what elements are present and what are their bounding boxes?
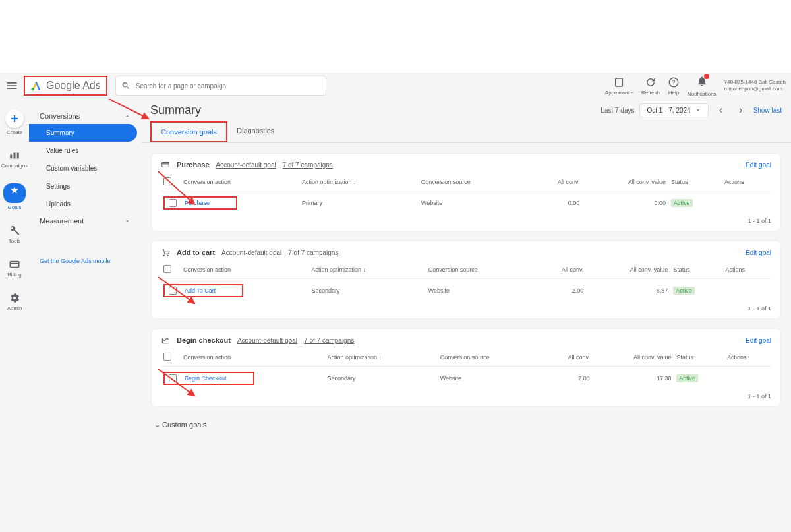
refresh-button[interactable]: Refresh [641,76,660,96]
col-action: Conversion action [181,349,324,367]
goal-default-label: Account-default goal [216,162,276,169]
row-checkbox[interactable] [169,199,177,207]
status-badge: Active [676,374,698,382]
rail-tools[interactable]: Tools [0,222,29,247]
pagination-label: 1 - 1 of 1 [161,215,771,227]
chevron-down-icon [695,107,701,113]
cell-optimization: Secondary [309,279,426,303]
edit-goal-link[interactable]: Edit goal [746,337,771,344]
chevron-down-icon [124,218,131,224]
edit-goal-link[interactable]: Edit goal [746,162,771,169]
col-all-conv: All conv. [533,261,586,279]
table-row[interactable]: Begin Checkout Secondary Website 2.00 17… [161,367,771,391]
conversion-action-link[interactable]: Begin Checkout [185,375,227,382]
col-optimization[interactable]: Action optimization ↓ [324,349,437,367]
show-last-link[interactable]: Show last [753,107,782,114]
goal-campaign-count[interactable]: 7 of 7 campaigns [288,249,338,256]
conversion-action-link[interactable]: Purchase [185,200,210,206]
status-badge: Active [671,199,693,207]
create-button[interactable]: +Create [0,107,29,138]
goal-card: Begin checkout Account-default goal 7 of… [152,329,780,406]
chevron-up-icon [124,113,131,119]
edit-goal-link[interactable]: Edit goal [746,249,771,256]
sidebar-item-summary[interactable]: Summary [29,124,137,142]
col-optimization[interactable]: Action optimization ↓ [299,173,419,191]
col-status: Status [670,261,722,279]
date-range-label: Last 7 days [601,107,634,114]
tab-conversion-goals[interactable]: Conversion goals [150,121,227,142]
goal-title: Purchase [177,161,210,169]
account-info[interactable]: 740-075-1446 Bolt Search n.njonehpon@gma… [724,79,786,92]
search-box[interactable] [115,76,326,96]
svg-rect-1 [616,78,623,86]
help-icon: ? [668,76,680,88]
sidebar-item-uploads[interactable]: Uploads [29,195,141,213]
status-badge: Active [673,287,695,295]
goal-title: Add to cart [177,249,215,256]
col-actions: Actions [723,261,771,279]
table-row[interactable]: Purchase Primary Website 0.00 0.00 Activ… [161,191,771,216]
sidebar-group-measurement[interactable]: Measurement [29,213,141,229]
sidebar-group-conversions[interactable]: Conversions [29,108,141,124]
select-all-checkbox[interactable] [163,177,171,185]
goal-campaign-count[interactable]: 7 of 7 campaigns [283,162,333,169]
search-input[interactable] [136,82,320,90]
col-action: Conversion action [181,261,309,279]
rail-billing[interactable]: Billing [0,256,29,280]
rail-campaigns[interactable]: Campaigns [0,147,29,171]
svg-point-0 [32,88,35,91]
rail-goals[interactable]: Goals [0,181,29,213]
appearance-button[interactable]: Appearance [605,76,633,96]
conversion-action-link[interactable]: Add To Cart [185,287,216,294]
custom-goals-toggle[interactable]: ⌄ Custom goals [152,417,780,433]
rail-admin[interactable]: Admin [0,289,29,314]
cell-value: 6.87 [586,279,670,303]
col-value: All conv. value [582,173,668,191]
appearance-icon [613,76,625,88]
svg-point-9 [167,255,168,256]
cell-value: 17.38 [593,367,674,391]
cell-optimization: Secondary [324,367,437,391]
row-checkbox[interactable] [169,374,177,382]
gear-icon [9,292,20,304]
billing-icon [9,258,20,270]
goal-type-icon [161,336,170,345]
select-all-checkbox[interactable] [163,353,171,361]
sidebar-item-value-rules[interactable]: Value rules [29,142,141,160]
pagination-label: 1 - 1 of 1 [161,303,771,314]
svg-text:?: ? [672,79,676,86]
help-button[interactable]: ? Help [668,76,680,96]
mobile-app-link[interactable]: Get the Google Ads mobile [29,255,141,267]
goal-campaign-count[interactable]: 7 of 7 campaigns [304,337,354,344]
search-icon [121,81,131,90]
row-checkbox[interactable] [169,287,177,295]
pagination-label: 1 - 1 of 1 [161,390,771,402]
cell-all-conv: 2.00 [533,279,586,303]
tab-diagnostics[interactable]: Diagnostics [227,121,283,142]
table-row[interactable]: Add To Cart Secondary Website 2.00 6.87 … [161,279,771,303]
date-range-picker[interactable]: Oct 1 - 7, 2024 [639,103,708,117]
svg-rect-5 [10,263,19,264]
col-status: Status [668,173,722,191]
col-optimization[interactable]: Action optimization ↓ [309,261,426,279]
tools-icon [9,225,20,237]
sidebar-item-settings[interactable]: Settings [29,177,141,195]
svg-rect-4 [10,262,19,268]
col-action: Conversion action [181,173,299,191]
sidebar-item-custom-variables[interactable]: Custom variables [29,160,141,177]
cell-source: Website [419,191,528,216]
goal-default-label: Account-default goal [237,337,297,344]
next-period-button[interactable]: › [734,103,748,117]
goals-icon [9,186,20,198]
col-status: Status [674,349,724,367]
cell-source: Website [426,279,533,303]
page-title: Summary [150,103,201,117]
prev-period-button[interactable]: ‹ [714,103,728,117]
notifications-button[interactable]: Notifications [688,75,717,97]
select-all-checkbox[interactable] [163,265,171,273]
hamburger-menu[interactable] [5,79,18,92]
col-all-conv: All conv. [541,349,593,367]
brand-name: Google Ads [46,80,101,92]
sidebar: Conversions Summary Value rules Custom v… [29,99,141,532]
brand-logo[interactable]: Google Ads [24,76,107,96]
